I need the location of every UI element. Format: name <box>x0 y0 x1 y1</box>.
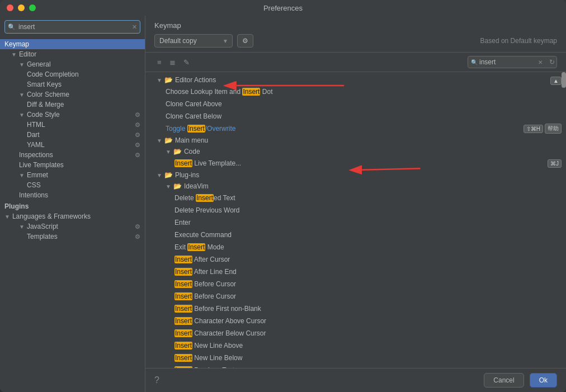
row-insert-after-cursor[interactable]: Insert After Cursor <box>145 253 566 266</box>
scrollbar-thumb[interactable] <box>562 72 566 88</box>
keymap-toolbar: ≡ ≣ ✎ 🔍 ✕ ↻ <box>145 53 566 72</box>
ok-button[interactable]: Ok <box>530 373 557 388</box>
row-toggle-insert[interactable]: Toggle Insert/Overwrite ⇧⌘H 帮助 <box>145 122 566 135</box>
code-style-arrow: ▼ <box>19 112 25 118</box>
ideavim-arrow: ▼ <box>166 183 171 190</box>
section-plugins[interactable]: ▼ 📂 Plug-ins <box>145 169 566 181</box>
sidebar-item-live-templates[interactable]: Live Templates <box>0 160 145 170</box>
keymap-search-clear-icon[interactable]: ✕ <box>538 59 543 65</box>
sidebar-item-editor[interactable]: ▼ Editor <box>0 49 145 59</box>
row-insert-prev-text[interactable]: Insert Previous Text <box>145 364 566 368</box>
sidebar-item-general[interactable]: ▼ General <box>0 59 145 69</box>
clone-above-label: Clone Caret Above <box>166 100 562 108</box>
sidebar-search-clear[interactable]: ✕ <box>132 23 137 31</box>
javascript-label: JavaScript <box>27 223 58 230</box>
insert-highlight-nlb: Insert <box>174 354 192 362</box>
sidebar-item-templates[interactable]: Templates ⚙ <box>0 232 145 242</box>
sidebar: 🔍 ✕ Keymap ▼ Editor ▼ General <box>0 16 145 392</box>
section-code[interactable]: ▼ 📂 Code <box>145 146 566 157</box>
exit-insert-mode-label: Exit Insert Mode <box>174 243 562 251</box>
help-icon[interactable]: ? <box>154 375 159 385</box>
insert-prev-text-label: Insert Previous Text <box>174 366 562 368</box>
insert-highlight-live: Insert <box>174 159 192 167</box>
code-style-gear-icon: ⚙ <box>135 111 140 119</box>
row-clone-above[interactable]: Clone Caret Above <box>145 98 566 110</box>
collapse-all-button[interactable]: ≣ <box>167 56 178 68</box>
code-folder-icon: 📂 <box>173 148 182 155</box>
sidebar-item-code-completion[interactable]: Code Completion <box>0 69 145 79</box>
minimize-button[interactable] <box>18 4 25 11</box>
section-ideavim[interactable]: ▼ 📂 IdeaVim <box>145 181 566 192</box>
sidebar-item-smart-keys[interactable]: Smart Keys <box>0 79 145 89</box>
sidebar-item-inspections[interactable]: Inspections ⚙ <box>0 150 145 160</box>
keymap-dropdown[interactable]: Default copy <box>154 34 233 48</box>
close-button[interactable] <box>7 4 13 11</box>
row-insert-live-template[interactable]: Insert Live Template... ⌘J <box>145 157 566 169</box>
sidebar-item-diff-merge[interactable]: Diff & Merge <box>0 100 145 110</box>
keymap-search-next-icon[interactable]: ↻ <box>549 58 555 66</box>
edit-shortcut-button[interactable]: ✎ <box>181 56 192 68</box>
insert-highlight-first: Insert <box>174 305 192 313</box>
row-insert-char-above[interactable]: Insert Character Above Cursor <box>145 315 566 327</box>
plugins-label: Plugins <box>4 202 29 210</box>
insert-highlight-bef1: Insert <box>174 280 192 288</box>
row-insert-before-first[interactable]: Insert Before First non-Blank <box>145 303 566 315</box>
sidebar-item-css[interactable]: CSS <box>0 180 145 190</box>
section-main-menu[interactable]: ▼ 📂 Main menu <box>145 135 566 146</box>
row-choose-lookup[interactable]: Choose Lookup Item and Insert Dot <box>145 86 566 98</box>
row-delete-prev-word[interactable]: Delete Previous Word <box>145 204 566 216</box>
row-insert-after-line-end[interactable]: Insert After Line End <box>145 266 566 278</box>
color-scheme-arrow: ▼ <box>19 92 25 98</box>
shortcut-shift-cmd-h: ⇧⌘H <box>523 125 543 133</box>
yaml-gear-icon: ⚙ <box>135 141 140 149</box>
sidebar-search-input[interactable] <box>4 20 140 34</box>
keymap-search-input[interactable] <box>468 56 557 68</box>
row-insert-char-below[interactable]: Insert Character Below Cursor <box>145 327 566 339</box>
row-execute-cmd[interactable]: Execute Command <box>145 229 566 241</box>
row-insert-before-cursor[interactable]: Insert Before Cursor <box>145 278 566 290</box>
expand-all-button[interactable]: ≡ <box>154 56 164 68</box>
keymap-panel: Keymap Default copy ▼ ⚙ Based on Default… <box>145 16 566 392</box>
yaml-label: YAML <box>27 141 45 149</box>
sidebar-item-dart[interactable]: Dart ⚙ <box>0 130 145 140</box>
keymap-search-icon: 🔍 <box>471 59 478 65</box>
sidebar-item-yaml[interactable]: YAML ⚙ <box>0 140 145 150</box>
keymap-panel-title: Keymap <box>154 21 557 30</box>
row-insert-before-cursor2[interactable]: Insert Before Cursor <box>145 290 566 303</box>
code-section-label: Code <box>184 148 200 155</box>
plugins-arrow: ▼ <box>157 172 162 178</box>
bottom-bar: ? Cancel Ok <box>145 368 566 392</box>
row-delete-inserted[interactable]: Delete Inserted Text <box>145 192 566 204</box>
insert-highlight-char-above: Insert <box>174 317 192 325</box>
insert-highlight-after: Insert <box>174 256 192 263</box>
sidebar-item-color-scheme[interactable]: ▼ Color Scheme <box>0 89 145 100</box>
sidebar-search-icon: 🔍 <box>8 23 16 31</box>
plugins-section-label: Plug-ins <box>175 171 199 179</box>
sidebar-item-languages[interactable]: ▼ Languages & Frameworks <box>0 211 145 221</box>
scroll-up-button[interactable]: ▲ <box>550 77 562 85</box>
section-editor-actions[interactable]: ▼ 📂 Editor Actions ▲ <box>145 74 566 86</box>
enter-label: Enter <box>174 219 562 226</box>
sidebar-item-intentions[interactable]: Intentions <box>0 190 145 200</box>
sidebar-item-keymap[interactable]: Keymap <box>0 39 145 49</box>
keymap-gear-button[interactable]: ⚙ <box>237 34 253 48</box>
row-exit-insert-mode[interactable]: Exit Insert Mode <box>145 241 566 253</box>
row-insert-new-line-above[interactable]: Insert New Line Above <box>145 339 566 352</box>
diff-merge-label: Diff & Merge <box>27 101 64 108</box>
delete-inserted-label: Delete Inserted Text <box>174 194 562 202</box>
insert-char-above-label: Insert Character Above Cursor <box>174 317 562 325</box>
code-style-label: Code Style <box>27 111 60 119</box>
sidebar-item-emmet[interactable]: ▼ Emmet <box>0 170 145 180</box>
maximize-button[interactable] <box>29 4 36 11</box>
cancel-button[interactable]: Cancel <box>484 373 523 388</box>
sidebar-item-code-style[interactable]: ▼ Code Style ⚙ <box>0 110 145 120</box>
sidebar-item-html[interactable]: HTML ⚙ <box>0 120 145 130</box>
sidebar-item-javascript[interactable]: ▼ JavaScript ⚙ <box>0 221 145 232</box>
scrollbar-track <box>562 72 566 368</box>
javascript-gear-icon: ⚙ <box>135 223 140 230</box>
main-menu-arrow: ▼ <box>157 138 162 144</box>
row-clone-below[interactable]: Clone Caret Below <box>145 110 566 122</box>
code-arrow: ▼ <box>166 149 171 155</box>
row-enter[interactable]: Enter <box>145 216 566 229</box>
row-insert-new-line-below[interactable]: Insert New Line Below <box>145 352 566 364</box>
